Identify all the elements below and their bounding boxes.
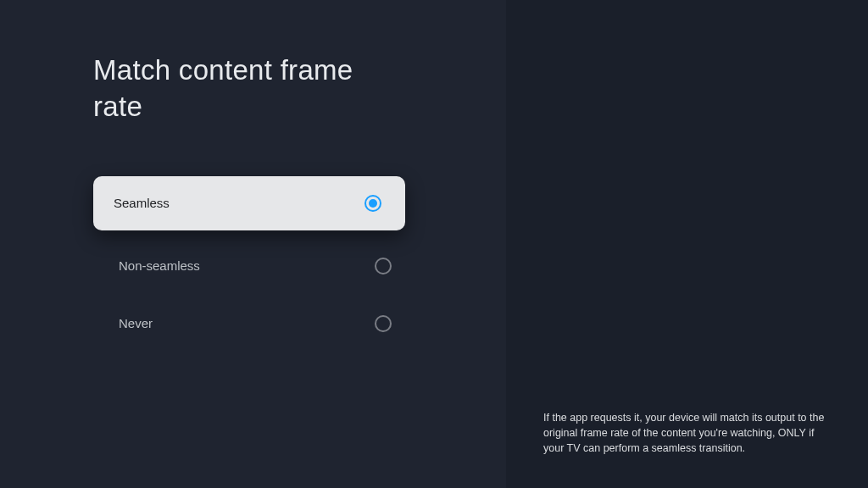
- left-panel: Match content frame rate Seamless Non-se…: [0, 0, 506, 488]
- option-list: Seamless Non-seamless Never: [93, 176, 506, 352]
- radio-unchecked-icon: [375, 258, 392, 274]
- page-title: Match content frame rate: [93, 53, 381, 125]
- option-label: Non-seamless: [119, 258, 200, 273]
- option-label: Never: [119, 316, 153, 330]
- option-never[interactable]: Never: [108, 295, 405, 352]
- option-label: Seamless: [114, 196, 170, 210]
- option-seamless[interactable]: Seamless: [93, 176, 405, 230]
- radio-checked-icon: [364, 195, 381, 212]
- option-description: If the app requests it, your device will…: [543, 410, 834, 456]
- option-non-seamless[interactable]: Non-seamless: [108, 237, 405, 295]
- radio-unchecked-icon: [375, 315, 392, 332]
- right-panel: If the app requests it, your device will…: [506, 0, 868, 488]
